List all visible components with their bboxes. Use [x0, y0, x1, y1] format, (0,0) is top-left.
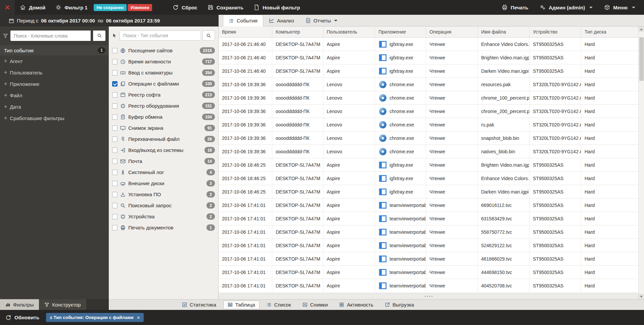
refresh-button[interactable]: Обновить	[5, 315, 39, 321]
table-row[interactable]: 2017-10-06 19:39:36 oooodddddd-ПК Lenovo…	[219, 78, 638, 91]
filter-category[interactable]: + Приложение	[0, 78, 109, 90]
event-type-checkbox[interactable]	[112, 59, 118, 64]
event-type-item[interactable]: Поисковый запрос 2	[109, 200, 218, 211]
column-header[interactable]: Приложение	[375, 26, 426, 37]
event-type-checkbox[interactable]	[112, 92, 118, 98]
event-type-checkbox[interactable]	[112, 170, 118, 175]
event-type-item[interactable]: Установка ПО 2	[109, 189, 218, 200]
table-row[interactable]: 2017-10-06 21:46:40 DESKTOP-SL7A47M Aspi…	[219, 51, 638, 64]
view-tab[interactable]: Активность	[335, 301, 378, 309]
event-type-checkbox[interactable]	[112, 181, 118, 186]
main-tab[interactable]: События	[223, 15, 263, 26]
view-tab[interactable]: Статистика	[178, 301, 221, 309]
event-type-checkbox[interactable]	[112, 81, 118, 87]
event-type-checkbox[interactable]	[112, 225, 118, 230]
column-header[interactable]: Тип диска	[581, 26, 638, 37]
event-type-item[interactable]: Системный лог 4	[109, 167, 218, 178]
event-type-checkbox[interactable]	[112, 48, 118, 53]
event-type-search-input[interactable]	[120, 31, 200, 41]
event-type-item[interactable]: Посещение сайтов 2315	[109, 45, 218, 56]
period-bar[interactable]: Период с 06 октября 2017 00:00 по 06 окт…	[0, 15, 219, 26]
print-button[interactable]: Печать	[500, 4, 530, 10]
event-type-item[interactable]: Печать документов 1	[109, 222, 218, 233]
keywords-search-input[interactable]	[10, 31, 91, 41]
new-filter-button[interactable]: Новый фильтр	[248, 0, 305, 15]
table-row[interactable]: 2017-10-06 18:46:25 DESKTOP-SL7A47M Aspi…	[219, 172, 638, 185]
view-tab[interactable]: Список	[262, 301, 295, 309]
table-row[interactable]: 2017-10-06 17:41:01 DESKTOP-SL7A47M Aspi…	[219, 225, 638, 239]
table-row[interactable]: 2017-10-06 19:39:36 oooodddddd-ПК Lenovo…	[219, 118, 638, 131]
event-type-checkbox[interactable]	[112, 203, 118, 208]
filter-category[interactable]: + Файл	[0, 90, 109, 101]
table-row[interactable]: 2017-10-06 19:39:36 oooodddddd-ПК Lenovo…	[219, 91, 638, 105]
filter-category[interactable]: + Дата	[0, 101, 109, 112]
view-tab[interactable]: Снимки	[298, 301, 332, 309]
column-header[interactable]: Операция	[426, 26, 478, 37]
admin-menu-button[interactable]: Админ (admin)	[538, 4, 594, 10]
event-type-checkbox[interactable]	[112, 159, 118, 164]
event-type-item[interactable]: Операции с файлами 330	[109, 78, 218, 89]
vertical-scrollbar[interactable]	[638, 26, 644, 299]
table-row[interactable]: 2017-10-06 21:46:40 DESKTOP-SL7A47M Aspi…	[219, 64, 638, 78]
scroll-up-button[interactable]	[639, 26, 644, 32]
table-row[interactable]: 2017-10-06 19:39:36 oooodddddd-ПК Lenovo…	[219, 145, 638, 158]
main-tab[interactable]: Отчеты	[300, 15, 343, 26]
main-tab[interactable]: Анализ	[263, 15, 300, 26]
event-type-item[interactable]: Буфер обмена 104	[109, 111, 218, 122]
scrollbar-grip[interactable]	[424, 296, 432, 297]
event-type-item[interactable]: Реестр оборудования 151	[109, 100, 218, 111]
view-tab[interactable]: Выгрузка	[380, 301, 418, 309]
table-row[interactable]: 2017-10-06 17:41:01 DESKTOP-SL7A47M Aspi…	[219, 266, 638, 279]
close-button[interactable]	[0, 0, 15, 15]
active-filter-chip[interactable]: ± Тип события: Операции с файлами ×	[46, 313, 143, 322]
column-header[interactable]: Имя файла	[478, 26, 530, 37]
event-type-checkbox[interactable]	[112, 125, 118, 131]
event-type-item[interactable]: Снимок экрана 91	[109, 122, 218, 133]
event-type-item[interactable]: Устройства 2	[109, 211, 218, 222]
column-header[interactable]: Устройство	[530, 26, 581, 37]
scroll-down-button[interactable]	[639, 294, 644, 299]
table-row[interactable]: 2017-10-06 18:46:25 DESKTOP-SL7A47M Aspi…	[219, 158, 638, 172]
event-type-checkbox[interactable]	[112, 103, 118, 109]
keywords-search-button[interactable]	[93, 31, 105, 41]
filter-button[interactable]: Фильтр 1	[50, 0, 92, 15]
sidebar-tab[interactable]: Фильтры	[0, 299, 39, 310]
table-row[interactable]: 2017-10-06 17:41:01 DESKTOP-SL7A47M Aspi…	[219, 199, 638, 212]
event-type-checkbox[interactable]	[112, 114, 118, 120]
filter-category[interactable]: + Сработавшие фильтры	[0, 112, 109, 124]
event-type-item[interactable]: Почта 14	[109, 156, 218, 167]
event-type-checkbox[interactable]	[112, 137, 118, 142]
event-type-search-button[interactable]	[202, 31, 215, 41]
table-row[interactable]: 2017-10-06 21:46:40 DESKTOP-SL7A47M Aspi…	[219, 38, 638, 51]
event-type-checkbox[interactable]	[112, 214, 118, 219]
table-row[interactable]: 2017-10-06 17:41:01 DESKTOP-SL7A47M Aspi…	[219, 252, 638, 266]
table-row[interactable]: 2017-10-06 17:41:01 DESKTOP-SL7A47M Aspi…	[219, 212, 638, 225]
table-row[interactable]: 2017-10-06 18:46:25 DESKTOP-SL7A47M Aspi…	[219, 185, 638, 199]
table-row[interactable]: 2017-10-06 17:41:01 DESKTOP-SL7A47M Aspi…	[219, 239, 638, 252]
table-row[interactable]: 2017-10-06 19:39:36 oooodddddd-ПК Lenovo…	[219, 131, 638, 145]
filter-category[interactable]: + Агент	[0, 55, 109, 67]
event-type-item[interactable]: Внешние диски 3	[109, 178, 218, 189]
scrollbar-thumb[interactable]	[639, 37, 644, 81]
event-type-item[interactable]: Перехваченный файл 26	[109, 133, 218, 145]
filter-category-event-type[interactable]: Тип события 1	[0, 45, 109, 55]
column-header[interactable]: Время	[219, 26, 272, 37]
event-type-checkbox[interactable]	[112, 148, 118, 153]
event-type-item[interactable]: Реестр софта 213	[109, 89, 218, 100]
view-tab[interactable]: Таблица	[223, 301, 260, 309]
event-type-checkbox[interactable]	[112, 70, 118, 75]
column-header[interactable]: Компьютер	[272, 26, 323, 37]
filter-category[interactable]: + Пользователь	[0, 67, 109, 78]
home-button[interactable]: Домой	[15, 0, 50, 15]
table-row[interactable]: 2017-10-06 19:39:36 oooodddddd-ПК Lenovo…	[219, 105, 638, 118]
event-type-item[interactable]: Вход/выход из системы 18	[109, 145, 218, 156]
horizontal-scrollbar[interactable]	[219, 293, 638, 299]
reset-button[interactable]: Сброс	[168, 0, 202, 15]
event-type-item[interactable]: Время активности 717	[109, 56, 218, 67]
save-button[interactable]: Сохранить	[202, 0, 248, 15]
table-row[interactable]: 2017-10-06 17:41:01 DESKTOP-SL7A47M Aspi…	[219, 279, 638, 292]
column-header[interactable]: Пользователь	[323, 26, 375, 37]
remove-filter-button[interactable]: ×	[137, 315, 140, 320]
event-type-item[interactable]: Ввод с клавиатуры 354	[109, 67, 218, 78]
main-menu-button[interactable]: Меню	[603, 4, 637, 10]
